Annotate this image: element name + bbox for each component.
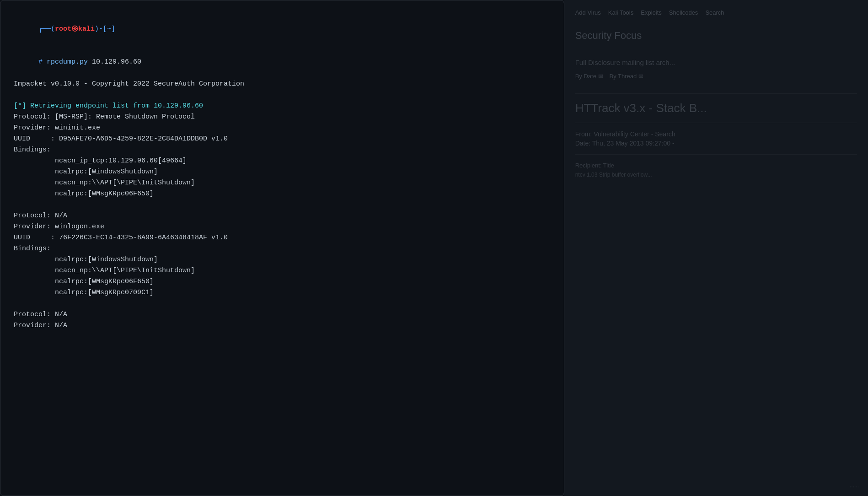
blank-line-1 xyxy=(14,90,551,101)
proto3-line: Protocol: N/A xyxy=(14,309,551,320)
right-body-text: ntcv 1.03 Strip buffer overflow... xyxy=(575,171,857,179)
provider2-line: Provider: winlogon.exe xyxy=(14,221,551,232)
dir-close: ] xyxy=(111,25,115,33)
divider-2 xyxy=(575,93,857,94)
right-date-line: Date: Thu, 23 May 2013 09:27:00 - xyxy=(575,140,857,147)
divider-1 xyxy=(575,51,857,51)
prompt-hash: # xyxy=(38,58,43,66)
right-httrack-title: HTTrack v3.x - Stack B... xyxy=(575,101,857,115)
nav-search[interactable]: Search xyxy=(705,9,724,16)
proto2-line: Protocol: N/A xyxy=(14,210,551,221)
bind1b-line: ncalrpc:[WindowsShutdown] xyxy=(14,167,551,178)
right-filters: By Date ✉ By Thread ✉ xyxy=(575,73,857,80)
bind1d-line: ncalrpc:[WMsgKRpc06F650] xyxy=(14,189,551,199)
command-args: 10.129.96.60 xyxy=(88,58,141,66)
filter-by-thread[interactable]: By Thread ✉ xyxy=(610,73,643,80)
divider-4 xyxy=(575,154,857,155)
command-text: rpcdump.py xyxy=(43,58,88,66)
command-line: # rpcdump.py 10.129.96.60 xyxy=(14,46,551,79)
terminal-panel: ┌──(root㉿kali)-[~] # rpcdump.py 10.129.9… xyxy=(0,0,564,496)
right-panel: Add Virus Kali Tools Exploits Shellcodes… xyxy=(564,0,868,496)
right-panel-content: Add Virus Kali Tools Exploits Shellcodes… xyxy=(564,0,868,192)
prompt-root: root㉿ xyxy=(55,25,78,33)
prompt-kali: kali xyxy=(78,25,95,33)
nav-shellcodes[interactable]: Shellcodes xyxy=(669,9,698,16)
right-recipient: Recipient: Title xyxy=(575,162,857,169)
bind1c-line: ncacn_np:\\APT[\PIPE\InitShutdown] xyxy=(14,178,551,189)
blank-line-3 xyxy=(14,298,551,309)
filter-by-date[interactable]: By Date ✉ xyxy=(575,73,603,80)
bind2c-line: ncalrpc:[WMsgKRpc06F650] xyxy=(14,276,551,287)
bindings2-line: Bindings: xyxy=(14,243,551,254)
bind2b-line: ncacn_np:\\APT[\PIPE\InitShutdown] xyxy=(14,265,551,276)
bind1a-line: ncacn_ip_tcp:10.129.96.60[49664] xyxy=(14,156,551,167)
impacket-line: Impacket v0.10.0 - Copyright 2022 Secure… xyxy=(14,79,551,90)
bindings1-line: Bindings: xyxy=(14,145,551,156)
bind2d-line: ncalrpc:[WMsgKRpc0709C1] xyxy=(14,287,551,298)
uuid1-line: UUID : D95AFE70-A6D5-4259-822E-2C84DA1DD… xyxy=(14,134,551,145)
divider-3 xyxy=(575,123,857,123)
uuid2-line: UUID : 76F226C3-EC14-4325-8A99-6A4634841… xyxy=(14,232,551,243)
provider1-line: Provider: wininit.exe xyxy=(14,123,551,134)
bind2a-line: ncalrpc:[WindowsShutdown] xyxy=(14,254,551,265)
screen-container: ┌──(root㉿kali)-[~] # rpcdump.py 10.129.9… xyxy=(0,0,868,496)
right-top-nav: Add Virus Kali Tools Exploits Shellcodes… xyxy=(575,9,857,16)
nav-kali-tools[interactable]: Kali Tools xyxy=(608,9,633,16)
retrieving-line: [*] Retrieving endpoint list from 10.129… xyxy=(14,101,551,112)
right-more-dots: ...... xyxy=(850,482,859,489)
right-section-title: Security Focus xyxy=(575,30,857,42)
nav-add-virus[interactable]: Add Virus xyxy=(575,9,601,16)
bracket-open: ┌──( xyxy=(38,25,55,33)
prompt-line: ┌──(root㉿kali)-[~] xyxy=(14,13,551,46)
right-subtitle: Full Disclosure mailing list arch... xyxy=(575,59,857,66)
nav-exploits[interactable]: Exploits xyxy=(641,9,662,16)
prompt-dir: ~ xyxy=(107,25,111,33)
provider3-line: Provider: N/A xyxy=(14,320,551,331)
proto1-line: Protocol: [MS-RSP]: Remote Shutdown Prot… xyxy=(14,112,551,123)
right-from-line: From: Vulnerability Center - Search xyxy=(575,130,857,138)
blank-line-2 xyxy=(14,199,551,210)
bracket-close: )-[ xyxy=(95,25,107,33)
